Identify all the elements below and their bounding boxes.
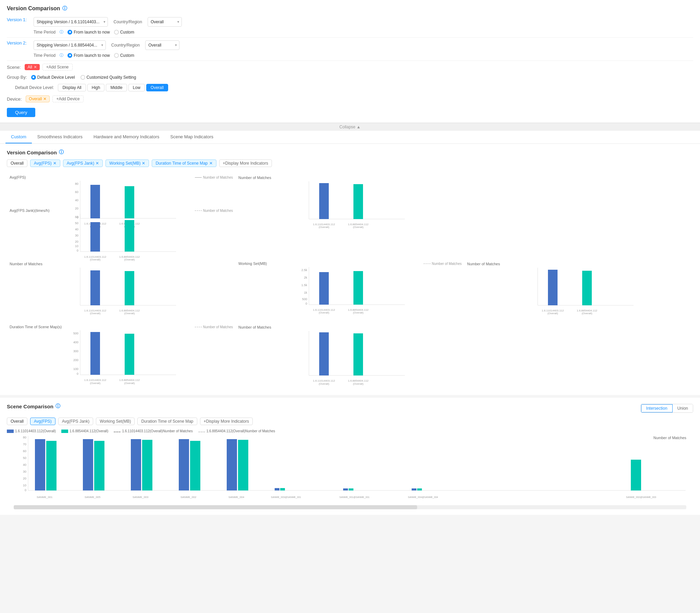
svg-text:10: 10 (75, 244, 78, 248)
tab-custom[interactable]: Custom (5, 131, 32, 143)
scene-all-close[interactable]: ✕ (34, 65, 37, 69)
svg-rect-120 (412, 488, 416, 490)
svg-text:500: 500 (302, 297, 307, 301)
svg-text:10: 10 (23, 484, 26, 487)
version-comparison-info-icon[interactable]: ⓘ (59, 149, 64, 155)
indicator-duration-time[interactable]: Duration Time of Scene Map ✕ (152, 159, 216, 167)
level-middle[interactable]: Middle (106, 84, 127, 91)
svg-text:20: 20 (75, 240, 78, 243)
from-launch-radio2[interactable]: From launch to now (67, 53, 110, 58)
version2-region-select[interactable]: Overall (145, 40, 179, 50)
svg-text:(Overall): (Overall) (124, 312, 135, 315)
svg-rect-111 (227, 439, 237, 490)
svg-text:1.6.11014403.112: 1.6.11014403.112 (84, 379, 107, 382)
group-custom-radio[interactable]: Customized Quality Setting (80, 75, 136, 80)
number-matches-chart4: 1.6.11014403.112 (Overall) 1.6.8854404.1… (238, 331, 462, 386)
version1-select[interactable]: Shipping Version / 1.6.11014403... (34, 17, 108, 27)
info-icon[interactable]: ⓘ (62, 5, 67, 12)
scene-comparison-info-icon[interactable]: ⓘ (55, 403, 60, 409)
svg-text:(Overall): (Overall) (353, 382, 364, 385)
add-device-button[interactable]: +Add Device (52, 95, 83, 102)
svg-text:0: 0 (77, 372, 78, 375)
remove-avg-fps-jank[interactable]: ✕ (96, 161, 99, 166)
number-matches-chart2: 1.6.11014403.112 (Overall) 1.6.8854404.1… (10, 268, 233, 316)
level-high[interactable]: High (87, 84, 105, 91)
level-low[interactable]: Low (128, 84, 145, 91)
svg-rect-61 (582, 271, 592, 305)
svg-text:SANME_004@SANME_004: SANME_004@SANME_004 (408, 496, 438, 499)
from-launch-radio1[interactable]: From launch to now (67, 30, 110, 35)
version2-select[interactable]: Shipping Version / 1.6.8854404... (34, 40, 106, 50)
number-of-matches-title1: Number of Matches (238, 176, 271, 180)
svg-text:2.5k: 2.5k (301, 268, 308, 272)
custom-radio2[interactable]: Custom (114, 53, 134, 58)
device-label: Device: (7, 97, 22, 102)
svg-text:300: 300 (73, 349, 78, 353)
svg-rect-100 (46, 441, 57, 490)
svg-text:(Overall): (Overall) (319, 382, 329, 385)
indicator-avg-fps[interactable]: Avg(FPS) ✕ (30, 159, 60, 167)
remove-working-set[interactable]: ✕ (142, 161, 145, 166)
country-region-label2: Country/Region (111, 43, 140, 48)
level-overall[interactable]: Overall (146, 84, 168, 91)
remove-avg-fps[interactable]: ✕ (53, 161, 57, 166)
svg-text:1.6.11014403.112: 1.6.11014403.112 (313, 379, 335, 382)
legend-item-3: 1.6.11014403.112(Overall)Number of Match… (114, 429, 192, 433)
scrollbar-thumb[interactable] (14, 505, 417, 509)
indicator-working-set[interactable]: Working Set(MB) ✕ (105, 159, 149, 167)
info-icon-time1[interactable]: ⓘ (60, 29, 63, 35)
remove-duration-time[interactable]: ✕ (209, 161, 213, 166)
query-button[interactable]: Query (7, 108, 35, 117)
tab-scene-map[interactable]: Scene Map Indicators (165, 131, 219, 143)
svg-text:SANME_003: SANME_003 (133, 496, 149, 499)
tab-hardware[interactable]: Hardware and Memory Indicators (88, 131, 165, 143)
level-display-all[interactable]: Display All (58, 84, 86, 91)
scene-chart-scrollbar[interactable] (14, 505, 686, 509)
svg-text:40: 40 (23, 463, 26, 467)
scene-chart-container: Number of Matches 80 70 60 50 40 30 20 1… (7, 436, 693, 505)
svg-text:60: 60 (23, 449, 26, 453)
time-period-label1: Time Period (34, 30, 55, 35)
overall-tag: Overall (7, 159, 27, 167)
legend-item-1: 1.6.11014403.112(Overall) (7, 429, 56, 433)
svg-text:80: 80 (75, 182, 78, 186)
svg-text:SANME_003@SANME_001: SANME_003@SANME_001 (271, 496, 301, 499)
display-more-indicators-button[interactable]: +Display More Indicators (219, 159, 272, 167)
collapse-bar[interactable]: Collapse ▲ (0, 123, 700, 131)
version1-region-select[interactable]: Overall (148, 17, 182, 27)
svg-rect-106 (142, 440, 152, 490)
indicator-avg-fps-jank[interactable]: Avg(FPS Jank) ✕ (63, 159, 103, 167)
svg-rect-74 (90, 332, 100, 375)
scene-indicator-working-set[interactable]: Working Set(MB) (96, 418, 135, 425)
info-icon-time2[interactable]: ⓘ (60, 53, 63, 58)
scene-display-more-button[interactable]: +Display More Indicators (200, 418, 253, 425)
chart-avg-fps-jank: Avg(FPS Jank)(times/h) Number of Matches… (7, 206, 236, 266)
group-default-radio[interactable]: Default Device Level (31, 75, 75, 80)
svg-rect-118 (349, 488, 353, 490)
svg-rect-31 (125, 220, 134, 252)
chart-fps-jank-title: Avg(FPS Jank)(times/h) (10, 208, 50, 213)
svg-rect-30 (90, 222, 100, 252)
svg-text:(Overall): (Overall) (319, 226, 329, 229)
tab-smoothness[interactable]: Smoothness Indicators (32, 131, 88, 143)
union-button[interactable]: Union (673, 404, 693, 412)
svg-rect-114 (275, 488, 279, 490)
scene-label: Scene: (7, 65, 21, 70)
svg-rect-15 (319, 183, 329, 219)
svg-text:20: 20 (23, 477, 26, 480)
scene-indicator-duration-time[interactable]: Duration Time of Scene Map (137, 418, 197, 425)
scene-indicator-avg-fps[interactable]: Avg(FPS) (30, 418, 55, 425)
chart-number-matches-2: Number of Matches 1.6.11014403.112 (Over… (7, 259, 236, 319)
scene-all-tag[interactable]: All ✕ (25, 64, 39, 70)
indicators-row: Overall Avg(FPS) ✕ Avg(FPS Jank) ✕ Worki… (7, 159, 693, 167)
svg-rect-123 (631, 460, 641, 490)
device-overall-tag[interactable]: Overall ✕ (26, 95, 50, 102)
add-scene-button[interactable]: +Add Scene (42, 64, 73, 71)
intersection-button[interactable]: Intersection (641, 404, 673, 412)
legend-item-2: 1.6.8854404.112(Overall) (61, 429, 108, 433)
fps-jank-chart: 60 50 40 30 20 10 0 1.6.11014403.112 (Ov… (10, 214, 233, 262)
custom-radio1[interactable]: Custom (114, 30, 134, 35)
device-tag-close[interactable]: ✕ (43, 97, 47, 101)
svg-text:SANME_002: SANME_002 (180, 496, 197, 499)
scene-indicator-fps-jank[interactable]: Avg(FPS Jank) (58, 418, 93, 425)
